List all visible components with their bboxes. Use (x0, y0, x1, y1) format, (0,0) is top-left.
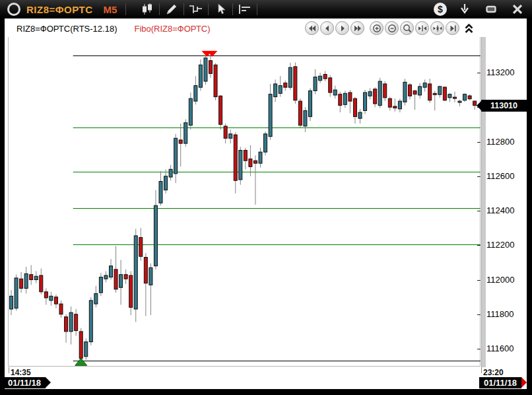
triangle-up-marker (75, 358, 87, 365)
fibo-level-lines[interactable] (73, 56, 481, 361)
compress-candles-button[interactable] (430, 21, 444, 35)
date-tag-start: 01/11/18 (3, 377, 46, 388)
collapse-toolbar-chevron[interactable] (463, 21, 475, 35)
scroll-to-end-button[interactable] (446, 21, 459, 35)
price-axis-strip[interactable] (481, 37, 486, 367)
window-controls: $ (434, 3, 526, 16)
pencil-draw-icon[interactable] (163, 3, 180, 16)
candlestick-chart-icon[interactable] (139, 3, 156, 16)
time-end-label: 23:20 (483, 368, 504, 377)
titlebar-symbol: RIZ8=ФОРТС (26, 4, 93, 15)
zoom-in-button[interactable] (370, 21, 383, 35)
instrument-label: RIZ8=ФОРТС(RTS-12.18) (17, 24, 117, 34)
price-axis-label: 111800 (486, 309, 525, 319)
candlestick-plot[interactable] (8, 37, 481, 367)
app-logo-icon (7, 3, 20, 16)
price-axis-label: 112200 (486, 240, 525, 250)
close-button[interactable] (509, 3, 526, 16)
minimize-button[interactable] (482, 3, 500, 16)
price-axis-label: 112000 (486, 275, 525, 285)
toolbar-divider (232, 3, 233, 15)
levels-icon[interactable] (236, 3, 253, 16)
chart-panel: RIZ8=ФОРТС(RTS-12.18)Fibo(RIZ8=ФОРТС) 11… (5, 18, 527, 389)
price-axis-label: 111600 (486, 343, 525, 353)
time-axis-tick-right (481, 367, 482, 373)
price-axis-label: 112800 (486, 137, 525, 147)
date-tag-end: 01/11/18 (479, 377, 521, 388)
chart-nav-toolbar (305, 21, 475, 35)
scroll-fast-left-button[interactable] (305, 21, 319, 35)
last-price-tag: 113010 (481, 100, 527, 112)
download-arrow-button[interactable] (456, 3, 473, 16)
toolbar-divider (125, 3, 126, 15)
date-arrow-right-icon (521, 377, 527, 388)
titlebar-timeframe: M5 (104, 4, 117, 15)
scroll-right-button[interactable] (335, 21, 349, 35)
compress-horizontal-button[interactable] (415, 21, 429, 35)
date-start-value: 01/11/18 (8, 378, 41, 388)
scroll-left-button[interactable] (320, 21, 334, 35)
dollar-button[interactable]: $ (434, 3, 447, 16)
date-end-value: 01/11/18 (484, 378, 517, 388)
toolbar-divider (257, 3, 257, 15)
price-axis-label: 112400 (486, 205, 525, 215)
price-axis-label: 113200 (486, 67, 525, 77)
time-start-label: 14:35 (11, 368, 31, 377)
date-arrow-left-icon (46, 377, 51, 388)
zoom-box-button[interactable] (400, 21, 414, 35)
indicator-label[interactable]: Fibo(RIZ8=ФОРТС) (134, 24, 210, 34)
toolbar-divider (159, 3, 160, 15)
toolbar-divider (183, 3, 184, 15)
chart-header: RIZ8=ФОРТС(RTS-12.18)Fibo(RIZ8=ФОРТС) (17, 24, 211, 34)
last-price-value: 113010 (490, 101, 517, 110)
toolbar-divider (208, 3, 209, 15)
scroll-fast-right-button[interactable] (350, 21, 364, 35)
app-window: { "titlebar": { "symbol": "RIZ8=ФОРТС", … (0, 0, 532, 395)
time-axis-tick-left (9, 367, 9, 373)
price-axis-label: 112600 (486, 171, 525, 181)
titlebar: RIZ8=ФОРТС M5 $ (0, 0, 532, 18)
zoom-out-button[interactable] (385, 21, 399, 35)
drawing-toolbar (139, 3, 261, 16)
cursor-pointer-icon[interactable] (212, 3, 229, 16)
trades-chart-icon[interactable] (187, 3, 205, 16)
